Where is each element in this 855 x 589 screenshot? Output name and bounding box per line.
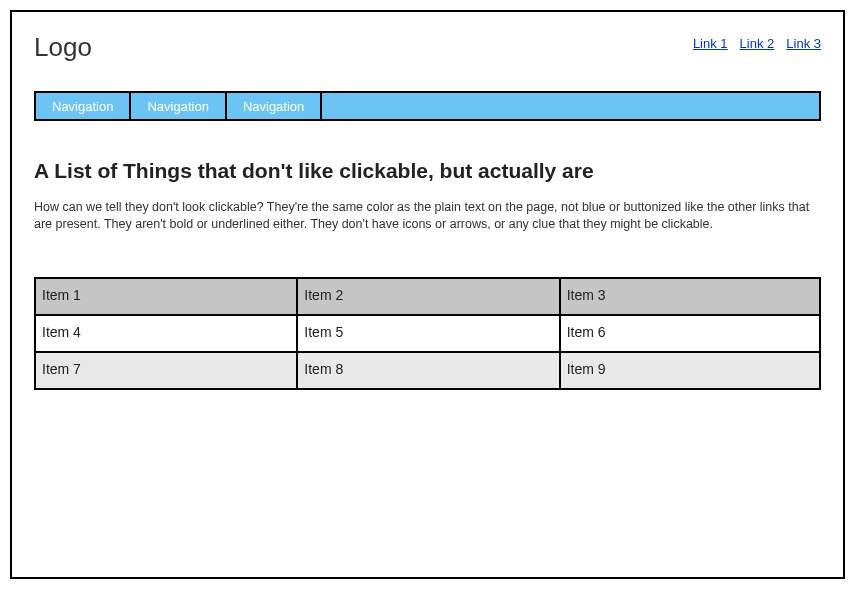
nav-item-3[interactable]: Navigation bbox=[227, 93, 322, 119]
grid-item-8[interactable]: Item 8 bbox=[296, 353, 558, 390]
grid-item-1[interactable]: Item 1 bbox=[34, 279, 296, 316]
top-link-3[interactable]: Link 3 bbox=[786, 36, 821, 51]
nav-item-2[interactable]: Navigation bbox=[131, 93, 226, 119]
grid-item-3[interactable]: Item 3 bbox=[559, 279, 821, 316]
grid-item-2[interactable]: Item 2 bbox=[296, 279, 558, 316]
grid-item-7[interactable]: Item 7 bbox=[34, 353, 296, 390]
grid-item-6[interactable]: Item 6 bbox=[559, 316, 821, 353]
nav-bar: Navigation Navigation Navigation bbox=[34, 91, 821, 121]
grid-item-9[interactable]: Item 9 bbox=[559, 353, 821, 390]
grid-item-5[interactable]: Item 5 bbox=[296, 316, 558, 353]
page-heading: A List of Things that don't like clickab… bbox=[34, 159, 821, 183]
page-paragraph: How can we tell they don't look clickabl… bbox=[34, 199, 821, 233]
top-bar: Logo Link 1 Link 2 Link 3 bbox=[34, 32, 821, 63]
top-link-2[interactable]: Link 2 bbox=[740, 36, 775, 51]
grid-item-4[interactable]: Item 4 bbox=[34, 316, 296, 353]
logo[interactable]: Logo bbox=[34, 32, 92, 63]
nav-item-1[interactable]: Navigation bbox=[36, 93, 131, 119]
items-grid: Item 1 Item 2 Item 3 Item 4 Item 5 Item … bbox=[34, 277, 821, 390]
page-frame: Logo Link 1 Link 2 Link 3 Navigation Nav… bbox=[10, 10, 845, 579]
top-link-1[interactable]: Link 1 bbox=[693, 36, 728, 51]
top-links: Link 1 Link 2 Link 3 bbox=[693, 36, 821, 51]
